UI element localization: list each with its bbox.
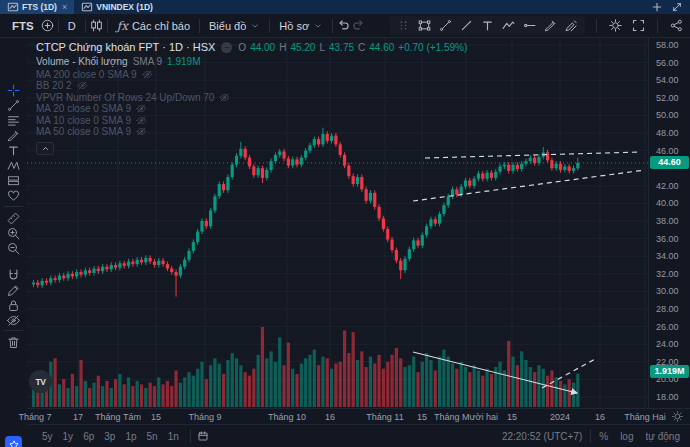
line-tool-icon[interactable] xyxy=(459,18,474,33)
tab-fts[interactable]: FTS (1D) × xyxy=(0,0,74,14)
text-tool-icon[interactable] xyxy=(6,143,21,158)
trend-line-tool-icon[interactable] xyxy=(6,98,21,113)
indicator-row[interactable]: MA 10 close 0 SMA 9 xyxy=(36,116,467,125)
bottombar-divider xyxy=(590,429,591,443)
eraser-tool-icon[interactable] xyxy=(564,18,579,33)
time-axis[interactable]: Tháng 717Tháng Tám15Tháng 9Tháng 1016Thá… xyxy=(27,408,690,425)
auto-scale-toggle[interactable]: tự động xyxy=(646,431,681,442)
drag-handle-icon[interactable] xyxy=(396,18,411,33)
volume-title: Volume - Khối lượng xyxy=(36,56,128,67)
settings-gear-icon[interactable] xyxy=(608,18,623,33)
zoom-in-tool-icon[interactable] xyxy=(6,226,21,241)
toolbar-divider xyxy=(596,19,597,33)
chart-pane[interactable]: CTCP Chứng khoán FPT · 1D · HSX – O44.00… xyxy=(27,38,648,408)
eye-off-icon[interactable] xyxy=(142,69,153,80)
price-tick-label: 42.00 xyxy=(656,181,679,191)
time-tick-label: 2024 xyxy=(550,412,570,422)
horizontal-ray-tool-icon[interactable] xyxy=(522,18,537,33)
brush-tool-icon[interactable] xyxy=(543,18,558,33)
indicator-label: BB 20 2 xyxy=(36,80,72,91)
range-3m-button[interactable]: 3p xyxy=(99,429,120,444)
volume-value: 1.919M xyxy=(167,56,200,67)
close-value: 44.60 xyxy=(369,42,394,53)
measure-ruler-tool-icon[interactable] xyxy=(6,211,21,226)
redo-icon[interactable] xyxy=(351,18,366,33)
chart-type-candles-icon[interactable] xyxy=(89,18,104,33)
clock[interactable]: 22:20:52 (UTC+7) xyxy=(502,431,582,442)
share-icon[interactable] xyxy=(669,18,684,33)
chart-menu-button[interactable]: Biểu đồ xyxy=(203,16,266,36)
indicators-button[interactable]: ƒx Các chỉ báo xyxy=(111,16,196,36)
collapse-legend-icon[interactable]: – xyxy=(221,42,232,53)
range-1y-button[interactable]: 1y xyxy=(58,429,79,444)
range-5y-button[interactable]: 5y xyxy=(37,429,58,444)
tab-fts-label: FTS (1D) xyxy=(22,2,57,12)
eye-off-icon[interactable] xyxy=(136,103,147,114)
trend-line-tool-icon[interactable] xyxy=(438,18,453,33)
price-tick-label: 56.00 xyxy=(656,58,679,68)
add-tab-icon[interactable] xyxy=(651,1,663,13)
indicator-row[interactable]: MA 200 close 0 SMA 9 xyxy=(36,70,467,79)
indicator-row[interactable]: MA 20 close 0 SMA 9 xyxy=(36,104,467,113)
tradingview-logo[interactable]: TV xyxy=(29,370,52,393)
rectangle-tool-icon[interactable] xyxy=(417,18,432,33)
open-label: O xyxy=(238,42,246,53)
favorites-star-button[interactable] xyxy=(5,436,22,447)
drawing-mode-icon[interactable] xyxy=(6,283,21,298)
indicator-label: MA 20 close 0 SMA 9 xyxy=(36,103,131,114)
percent-scale-toggle[interactable]: % xyxy=(599,431,608,442)
indicator-row[interactable]: VPVR Number Of Rows 24 Up/Down 70 xyxy=(36,93,467,102)
indicators-button-label: Các chỉ báo xyxy=(132,20,190,32)
legend-title-row: CTCP Chứng khoán FPT · 1D · HSX – O44.00… xyxy=(36,41,467,53)
price-tick-label: 28.00 xyxy=(656,304,679,314)
eye-off-icon[interactable] xyxy=(136,126,147,137)
tab-vnindex[interactable]: VNINDEX (1D) xyxy=(74,0,160,14)
indicator-row[interactable]: BB 20 2 xyxy=(36,81,467,90)
fib-retracement-tool-icon[interactable] xyxy=(6,113,21,128)
position-tool-icon[interactable] xyxy=(6,173,21,188)
chart-tab-icon xyxy=(81,1,93,13)
close-label: C xyxy=(358,42,365,53)
time-axis-settings-gear-icon[interactable] xyxy=(671,410,684,423)
indicator-row[interactable]: MA 50 close 0 SMA 9 xyxy=(36,127,467,136)
profile-menu-button[interactable]: Hồ sơ xyxy=(273,16,329,36)
range-6m-button[interactable]: 6p xyxy=(78,429,99,444)
toolbar-divider xyxy=(107,19,108,33)
expand-window-icon[interactable] xyxy=(671,1,683,13)
collapse-indicators-button[interactable] xyxy=(36,142,54,155)
crosshair-tool-icon[interactable] xyxy=(6,83,21,98)
sidebar-divider xyxy=(4,330,23,331)
emoji-heart-tool-icon[interactable] xyxy=(6,188,21,203)
eye-off-icon[interactable] xyxy=(77,80,88,91)
go-to-date-calendar-icon[interactable] xyxy=(197,430,209,442)
fullscreen-icon[interactable] xyxy=(631,18,646,33)
eye-off-icon[interactable] xyxy=(219,92,230,103)
volume-legend-row[interactable]: Volume - Khối lượng SMA 9 1.919M xyxy=(36,56,467,67)
price-axis[interactable]: 44.60 1.919M 18.0020.0022.0024.0026.0028… xyxy=(648,38,690,408)
remove-drawings-trash-icon[interactable] xyxy=(6,335,21,350)
log-scale-toggle[interactable]: log xyxy=(620,431,633,442)
symbol-title[interactable]: CTCP Chứng khoán FPT · 1D · HSX xyxy=(36,41,215,53)
brush-tool-icon[interactable] xyxy=(6,128,21,143)
eye-off-icon[interactable] xyxy=(136,115,147,126)
lock-drawings-icon[interactable] xyxy=(6,298,21,313)
price-tick-label: 54.00 xyxy=(656,75,679,85)
toolbar-divider xyxy=(269,19,270,33)
tab-fts-close-icon[interactable]: × xyxy=(62,2,67,12)
price-tick-label: 36.00 xyxy=(656,234,679,244)
compare-add-icon[interactable] xyxy=(40,18,55,33)
main-toolbar: FTS D ƒx Các chỉ báo Biểu đồ Hồ sơ xyxy=(0,14,690,38)
hide-drawings-icon[interactable] xyxy=(6,313,21,328)
undo-icon[interactable] xyxy=(336,18,351,33)
magnet-mode-icon[interactable] xyxy=(6,268,21,283)
pattern-tool-icon[interactable] xyxy=(501,18,516,33)
interval-button[interactable]: D xyxy=(62,16,82,36)
price-tick-label: 32.00 xyxy=(656,269,679,279)
range-5d-button[interactable]: 5n xyxy=(142,429,163,444)
range-1d-button[interactable]: 1n xyxy=(163,429,184,444)
symbol-search-button[interactable]: FTS xyxy=(6,16,40,36)
xabcd-pattern-tool-icon[interactable] xyxy=(6,158,21,173)
zoom-out-tool-icon[interactable] xyxy=(6,241,21,256)
range-1m-button[interactable]: 1p xyxy=(120,429,141,444)
text-tool-icon[interactable] xyxy=(480,18,495,33)
